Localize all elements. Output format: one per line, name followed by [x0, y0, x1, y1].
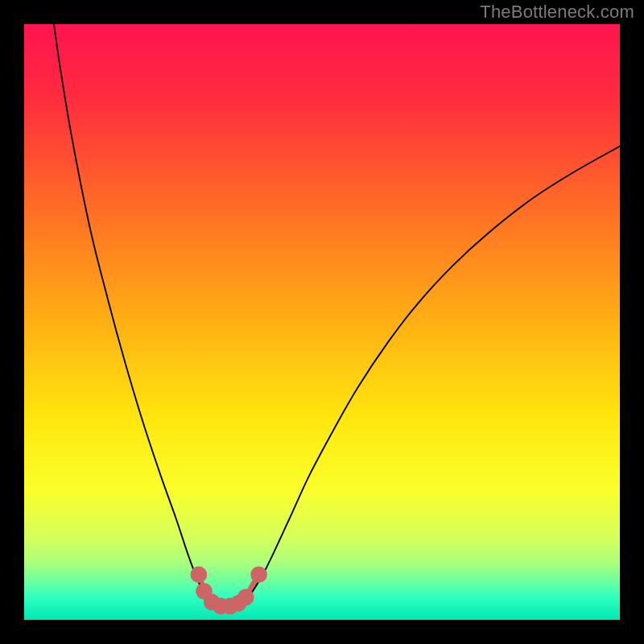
bottleneck-chart: [24, 24, 620, 620]
chart-frame: [24, 24, 620, 620]
curve-marker: [250, 566, 267, 583]
curve-marker: [237, 589, 254, 606]
watermark-text: TheBottleneck.com: [480, 2, 634, 23]
curve-marker: [190, 566, 207, 583]
